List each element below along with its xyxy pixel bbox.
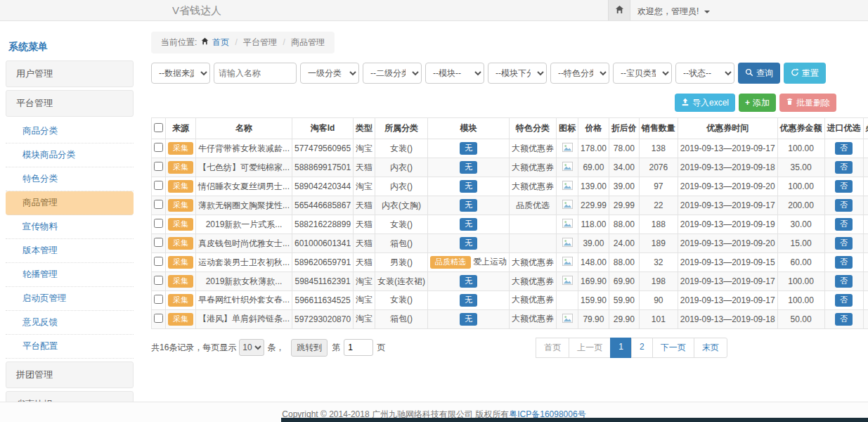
row-select-cell <box>152 158 166 177</box>
filter-select[interactable]: --二级分类-- <box>363 63 422 84</box>
filter-select[interactable]: 一级分类 <box>300 63 359 84</box>
icon-cell <box>557 196 578 215</box>
import-select-badge: 否 <box>835 199 853 212</box>
name-cell: 【七色纺】可爱纯棉家... <box>196 158 292 177</box>
select-all-checkbox[interactable] <box>154 123 163 132</box>
image-icon <box>562 275 573 286</box>
page-button[interactable]: 1 <box>610 338 632 358</box>
page-number-input[interactable] <box>344 339 373 356</box>
home-button[interactable] <box>608 0 630 20</box>
discount-price-cell: 29.90 <box>609 309 639 328</box>
column-header: 名称 <box>196 118 292 139</box>
import-select-cell: 否 <box>824 196 863 215</box>
table-header-row: 来源 名称 淘客Id 类型 所属分类 模块 特色分类 图标 价格 <box>152 118 868 139</box>
row-checkbox[interactable] <box>154 276 163 285</box>
must-buy-cell: 否 <box>863 158 868 177</box>
filter-select[interactable]: --模块-- <box>425 63 484 84</box>
sidebar-submenu-item[interactable]: 轮播管理 <box>6 263 134 287</box>
page-button[interactable]: 首页 <box>536 338 569 358</box>
row-checkbox[interactable] <box>154 238 163 247</box>
name-cell: 薄款无钢圈文胸聚拢性... <box>196 196 292 215</box>
sidebar-submenu-item[interactable]: 启动页管理 <box>6 287 134 311</box>
must-buy-cell: 否 <box>863 272 868 291</box>
sidebar-submenu-item[interactable]: 特色分类 <box>6 167 134 191</box>
row-checkbox[interactable] <box>154 162 163 171</box>
select-all-header <box>152 118 166 139</box>
name-cell: 早春网红针织外套女春... <box>196 291 292 310</box>
source-cell: 采集 <box>166 234 196 253</box>
coupon-amount-cell: 30.00 <box>777 215 824 234</box>
name-search-input[interactable] <box>214 63 297 84</box>
name-cell: 情侣睡衣女夏丝绸男士... <box>196 177 292 196</box>
sidebar-group-item[interactable]: 用户管理 <box>6 60 134 87</box>
sales-cell: 32 <box>639 253 678 272</box>
category-cell: 箱包() <box>375 234 428 253</box>
must-buy-cell: 否 <box>863 253 868 272</box>
batch-delete-button[interactable]: 批量删除 <box>779 94 836 112</box>
icon-cell <box>557 139 578 158</box>
feature-cell: 大额优惠券 <box>510 253 557 272</box>
breadcrumb-separator: / <box>283 37 285 47</box>
sidebar-submenu-item[interactable]: 商品分类 <box>6 120 134 143</box>
reset-button[interactable]: 重置 <box>784 63 826 84</box>
row-checkbox[interactable] <box>154 181 163 190</box>
source-cell: 采集 <box>166 139 196 158</box>
price-cell: 148.00 <box>578 253 609 272</box>
column-header: 特色分类 <box>510 118 557 139</box>
page-button[interactable]: 下一页 <box>652 338 694 358</box>
import-excel-button[interactable]: 导入excel <box>675 94 735 112</box>
discount-price-cell: 69.90 <box>609 272 639 291</box>
coupon-amount-cell: 100.00 <box>777 272 824 291</box>
row-checkbox[interactable] <box>154 314 163 323</box>
filter-select[interactable]: --宝贝类型-- <box>613 63 672 84</box>
home-icon <box>615 5 624 16</box>
data-source-select[interactable]: --数据来源-- <box>151 63 210 84</box>
bottom-dark-bar <box>281 418 868 422</box>
sidebar-group-item[interactable]: 平台管理 <box>6 90 134 117</box>
row-checkbox[interactable] <box>154 295 163 304</box>
sidebar-submenu-item[interactable]: 平台配置 <box>6 335 134 359</box>
image-icon <box>562 180 573 191</box>
sidebar-submenu-item[interactable]: 意见反馈 <box>6 311 134 335</box>
source-cell: 采集 <box>166 158 196 177</box>
per-page-select[interactable]: 10 <box>239 339 264 356</box>
row-checkbox[interactable] <box>154 143 163 152</box>
source-badge: 采集 <box>168 313 193 326</box>
filter-select[interactable]: --状态-- <box>675 63 734 84</box>
sidebar-submenu-item[interactable]: 宣传物料 <box>6 215 134 239</box>
category-cell: 女装() <box>375 291 428 310</box>
sidebar-group-item[interactable]: 拼团管理 <box>6 362 134 388</box>
user-menu[interactable]: 欢迎您，管理员! <box>637 6 710 18</box>
jump-button[interactable]: 跳转到 <box>291 339 328 357</box>
coupon-time-cell: 2019-09-13—2019-09-17 <box>678 291 777 310</box>
sidebar-submenu-item[interactable]: 商品管理 <box>6 191 134 215</box>
row-select-cell <box>152 291 166 310</box>
image-icon <box>562 199 573 210</box>
breadcrumb-home-link[interactable]: 首页 <box>212 37 229 47</box>
import-select-badge: 否 <box>835 294 853 307</box>
table-row: 采集 牛仔背带裤女秋装减龄... 577479560965 淘宝 女装() 无 … <box>152 139 868 158</box>
record-summary-unit: 条， <box>267 342 284 354</box>
table-row: 采集 2019新款一片式系... 588216228899 天猫 女装() 无 … <box>152 215 868 234</box>
plus-icon: + <box>745 98 750 108</box>
column-header: 所属分类 <box>375 118 428 139</box>
row-checkbox[interactable] <box>154 219 163 228</box>
sidebar-submenu-item[interactable]: 模块商品分类 <box>6 143 134 167</box>
sidebar: 系统菜单 用户管理 平台管理 商品分类 模块商品分类 特色分类 商品管理 宣传物… <box>6 35 134 404</box>
sidebar-groups-bottom: 拼团管理 省惠快报 消息管理 订单管理 兑换管理 结算管理 <box>6 362 134 404</box>
add-button[interactable]: + 添加 <box>739 94 776 112</box>
breadcrumb-label: 当前位置: <box>161 37 197 47</box>
source-badge: 采集 <box>168 256 193 269</box>
row-checkbox[interactable] <box>154 257 163 266</box>
filter-select[interactable]: --模块下分类-- <box>488 63 547 84</box>
table-row: 采集 薄款无钢圈文胸聚拢性... 565446685867 天猫 内衣(文胸) … <box>152 196 868 215</box>
price-cell: 159.90 <box>578 291 609 310</box>
row-checkbox[interactable] <box>154 200 163 209</box>
page-button[interactable]: 末页 <box>694 338 727 358</box>
sidebar-submenu-item[interactable]: 版本管理 <box>6 239 134 263</box>
filter-select[interactable]: --特色分类-- <box>550 63 609 84</box>
coupon-amount-cell: 35.00 <box>777 158 824 177</box>
query-button[interactable]: 查询 <box>738 63 780 84</box>
page-button[interactable]: 2 <box>631 338 653 358</box>
page-button[interactable]: 上一页 <box>569 338 611 358</box>
